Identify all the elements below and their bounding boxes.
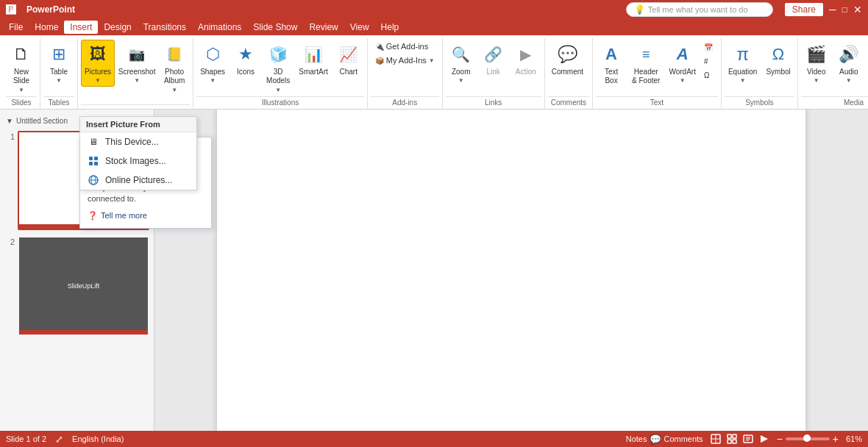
media-group-label: Media: [801, 96, 868, 109]
slide-canvas[interactable]: [217, 110, 805, 431]
date-time-button[interactable]: 📅: [701, 41, 718, 54]
slide-sorter-button[interactable]: [725, 432, 739, 446]
pictures-icon: 🖼: [86, 43, 110, 66]
slide-thumb-2[interactable]: SlideUpLift: [18, 236, 149, 335]
menu-design[interactable]: Design: [98, 21, 137, 34]
svg-rect-1: [94, 157, 98, 160]
slide-number-button[interactable]: #: [701, 55, 718, 68]
menu-animations[interactable]: Animations: [192, 21, 247, 34]
link-button[interactable]: 🔗 Link: [478, 40, 509, 79]
svg-rect-10: [728, 435, 731, 438]
this-device-item[interactable]: 🖥 This Device...: [80, 132, 196, 151]
ribbon-group-symbols: π Equation ▼ Ω Symbol Symbols: [722, 38, 798, 109]
symbol-icon: Ω: [766, 43, 790, 66]
menu-view[interactable]: View: [344, 21, 375, 34]
zoom-in-button[interactable]: +: [833, 434, 839, 444]
zoom-level[interactable]: 61%: [842, 435, 862, 443]
svg-rect-2: [89, 162, 93, 165]
pictures-button[interactable]: 🖼 Pictures ▼: [81, 40, 115, 87]
tell-me-search[interactable]: 💡 Tell me what you want to do: [626, 2, 773, 17]
audio-button[interactable]: 🔊 Audio ▼: [833, 40, 864, 87]
share-button[interactable]: Share: [785, 3, 823, 16]
photo-album-dropdown-arrow: ▼: [171, 87, 177, 93]
svg-rect-3: [94, 162, 98, 165]
photo-album-button[interactable]: 📒 PhotoAlbum ▼: [159, 40, 190, 96]
media-group-items: 🎬 Video ▼ 🔊 Audio ▼ ⏺ ScreenRecording: [801, 38, 868, 96]
addins-group-label: Add-ins: [371, 96, 439, 109]
svg-rect-0: [89, 157, 93, 160]
menu-help[interactable]: Help: [375, 21, 405, 34]
icons-button[interactable]: ★ Icons: [230, 40, 261, 79]
menu-transitions[interactable]: Transitions: [138, 21, 192, 34]
table-label: Table: [50, 68, 68, 76]
zoom-slider[interactable]: [786, 437, 830, 440]
symbol-button[interactable]: Ω Symbol: [762, 40, 794, 79]
tell-me-more-label: Tell me more: [101, 211, 147, 220]
reading-view-button[interactable]: [741, 432, 755, 446]
normal-view-button[interactable]: [709, 432, 722, 446]
text-box-icon: A: [600, 43, 623, 66]
new-slide-icon: 🗋: [10, 43, 33, 66]
images-group-label: [81, 104, 190, 109]
audio-label: Audio: [839, 68, 858, 76]
comments-icon: 💬: [650, 434, 661, 445]
get-addins-button[interactable]: 🔌 Get Add-ins: [371, 40, 433, 53]
notes-button[interactable]: Notes: [626, 435, 647, 443]
comment-button[interactable]: 💬 Comment: [548, 40, 587, 79]
zoom-button[interactable]: 🔍 Zoom ▼: [446, 40, 477, 87]
screenshot-button[interactable]: 📷 Screenshot ▼: [116, 40, 157, 87]
ribbon-group-images: 🖼 Pictures ▼ 📷 Screenshot ▼ 📒 PhotoAlbum…: [78, 38, 193, 109]
3d-models-button[interactable]: 🧊 3DModels ▼: [263, 40, 294, 96]
stock-images-item[interactable]: Stock Images...: [80, 151, 196, 171]
menu-home[interactable]: Home: [29, 21, 64, 34]
illustrations-group-items: ⬡ Shapes ▼ ★ Icons 🧊 3DModels ▼ 📊 SmartA…: [196, 38, 364, 96]
online-pictures-item[interactable]: Online Pictures...: [80, 171, 196, 190]
ribbon-group-text: A TextBox ≡ Header& Footer A WordArt ▼ 📅…: [593, 38, 722, 109]
symbol-label: Symbol: [766, 68, 790, 76]
text-box-button[interactable]: A TextBox: [596, 40, 627, 88]
menu-review[interactable]: Review: [303, 21, 344, 34]
online-pictures-icon: [88, 174, 99, 186]
tables-group-items: ⊞ Table ▼: [43, 38, 74, 96]
ribbon-group-comments: 💬 Comment Comments: [545, 38, 593, 109]
svg-marker-18: [761, 435, 768, 443]
audio-icon: 🔊: [837, 43, 861, 66]
section-collapse-icon[interactable]: ▼: [6, 117, 13, 125]
header-footer-button[interactable]: ≡ Header& Footer: [628, 40, 664, 88]
chart-button[interactable]: 📈 Chart: [333, 40, 364, 79]
canvas-area[interactable]: [154, 110, 868, 431]
video-button[interactable]: 🎬 Video ▼: [801, 40, 832, 87]
object-button[interactable]: Ω: [701, 69, 718, 82]
wordart-button[interactable]: A WordArt ▼: [665, 40, 700, 87]
table-button[interactable]: ⊞ Table ▼: [43, 40, 74, 87]
illustrations-group-label: Illustrations: [196, 96, 364, 109]
chart-label: Chart: [340, 68, 357, 76]
shapes-button[interactable]: ⬡ Shapes ▼: [196, 40, 229, 87]
zoom-icon: 🔍: [449, 43, 473, 66]
wordart-icon: A: [671, 43, 694, 66]
smartart-button[interactable]: 📊 SmartArt: [295, 40, 331, 79]
tell-me-more-link[interactable]: ❓ Tell me more: [88, 211, 204, 221]
action-button[interactable]: ▶ Action: [511, 40, 541, 79]
3d-models-icon: 🧊: [266, 43, 290, 66]
close-button[interactable]: ✕: [853, 4, 862, 15]
app-title: PowerPoint: [26, 4, 75, 15]
new-slide-button[interactable]: 🗋 NewSlide ▼: [6, 40, 37, 96]
menu-slideshow[interactable]: Slide Show: [247, 21, 303, 34]
equation-button[interactable]: π Equation ▼: [725, 40, 761, 87]
comments-button[interactable]: 💬 Comments: [650, 434, 702, 445]
zoom-out-button[interactable]: −: [777, 434, 783, 444]
slideshow-button[interactable]: [758, 432, 771, 446]
new-slide-dropdown-arrow: ▼: [18, 87, 24, 93]
fit-slide-icon[interactable]: ⤢: [55, 434, 63, 445]
my-addins-button[interactable]: 📦 My Add-Ins ▼: [371, 54, 439, 67]
maximize-button[interactable]: □: [842, 4, 847, 15]
my-addins-label: My Add-Ins: [386, 56, 427, 65]
screenshot-dropdown-arrow: ▼: [134, 77, 140, 84]
menu-insert[interactable]: Insert: [64, 21, 98, 34]
links-group-items: 🔍 Zoom ▼ 🔗 Link ▶ Action: [446, 38, 541, 96]
screenshot-icon: 📷: [125, 43, 149, 66]
slides-group-items: 🗋 NewSlide ▼: [6, 38, 37, 96]
minimize-button[interactable]: ─: [829, 4, 836, 15]
menu-file[interactable]: File: [3, 21, 29, 34]
